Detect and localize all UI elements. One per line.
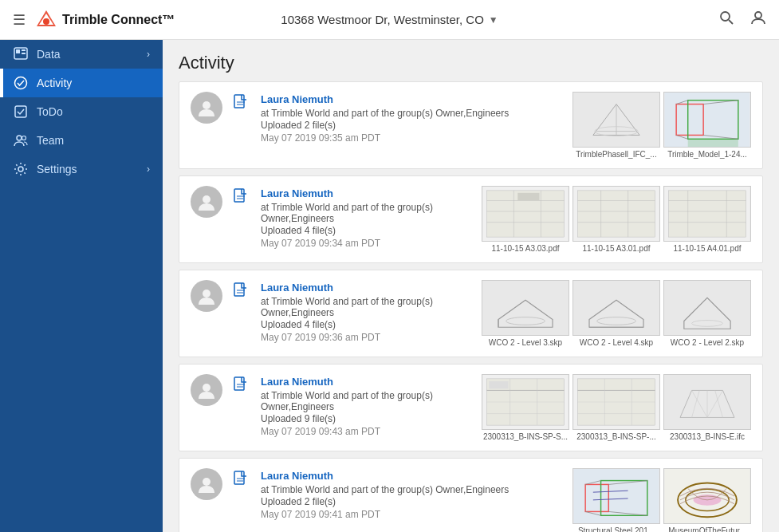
file-icon [232,470,251,489]
avatar [191,468,222,500]
project-title[interactable]: 10368 Westmoor Dr, Westminster, CO ▼ [281,13,498,26]
svg-point-3 [721,12,730,21]
header: ☰ Trimble Connect™ 10368 Westmoor Dr, We… [0,0,779,40]
avatar [191,186,222,218]
thumb-label: TrimblePhasell_IFC_... [576,150,656,159]
thumb-wrap[interactable]: 2300313_B-INS-SP-... [572,374,660,441]
thumb-wrap[interactable]: 11-10-15 A3.01.pdf [572,186,660,253]
activity-description: at Trimble World and part of the group(s… [261,484,563,495]
account-icon[interactable] [750,10,766,30]
activity-user-link[interactable]: Laura Niemuth [261,376,333,388]
sidebar-data-arrow: › [147,49,150,60]
thumb-label: 11-10-15 A4.01.pdf [673,244,741,253]
search-icon[interactable] [718,10,734,30]
svg-rect-9 [22,53,26,54]
thumb-label: 11-10-15 A3.01.pdf [582,244,650,253]
sidebar-item-todo[interactable]: ToDo [0,97,163,126]
activity-meta: Uploaded 4 file(s) [261,225,472,236]
thumbnail[interactable] [663,280,751,336]
layout: Data › Activity ToDo Team [0,40,779,532]
activity-thumbnails: WCO 2 - Level 3.skp WCO 2 - Level 4.skp [482,280,751,347]
svg-rect-71 [665,281,750,335]
sidebar-settings-arrow: › [147,164,150,175]
activity-icon [13,75,29,91]
thumb-wrap[interactable]: 11-10-15 A4.01.pdf [663,186,751,253]
trimble-logo-icon [35,9,57,31]
svg-point-33 [203,195,210,203]
activity-feed: Laura Niemuth at Trimble World and part … [163,81,779,532]
thumbnail[interactable] [482,186,569,242]
thumb-wrap[interactable]: WCO 2 - Level 2.skp [663,280,751,347]
activity-info: Laura Niemuth at Trimble World and part … [261,468,563,520]
activity-info: Laura Niemuth at Trimble World and part … [261,374,472,437]
activity-user-link[interactable]: Laura Niemuth [261,282,333,294]
logo: Trimble Connect™ [35,9,175,31]
thumbnail[interactable] [482,374,569,430]
svg-point-13 [22,136,26,140]
svg-rect-104 [234,471,244,484]
sidebar-item-settings[interactable]: Settings › [0,155,163,183]
activity-user-link[interactable]: Laura Niemuth [261,470,333,482]
activity-meta: Uploaded 9 file(s) [261,413,472,424]
sidebar-settings-label: Settings [37,163,147,175]
thumb-wrap[interactable]: Structural Steel 201... [572,468,660,532]
file-icon [232,187,251,207]
thumbnail[interactable] [572,92,660,148]
thumbnail[interactable] [572,374,660,430]
thumb-wrap[interactable]: 11-10-15 A3.03.pdf [482,186,569,253]
activity-user-link[interactable]: Laura Niemuth [261,93,333,105]
activity-header: Activity [163,40,779,81]
sidebar-item-team[interactable]: Team [0,126,163,155]
thumb-wrap[interactable]: MuseumOfTheFutur... [663,468,751,532]
svg-line-4 [729,20,733,24]
thumb-wrap[interactable]: TrimblePhasell_IFC_... [572,92,660,159]
thumb-wrap[interactable]: WCO 2 - Level 4.skp [572,280,660,347]
svg-point-10 [15,77,27,89]
svg-point-15 [203,101,210,109]
sidebar-todo-label: ToDo [37,105,150,118]
thumbnail[interactable] [482,280,569,336]
file-icon [232,93,251,112]
activity-time: May 07 2019 09:43 am PDT [261,426,472,437]
svg-point-59 [203,290,210,298]
thumb-wrap[interactable]: 2300313_B-INS-E.ifc [663,374,751,441]
svg-rect-46 [577,191,655,237]
svg-rect-7 [16,49,20,53]
thumb-wrap[interactable]: WCO 2 - Level 3.skp [482,280,569,347]
activity-item: Laura Niemuth at Trimble World and part … [179,364,763,451]
sidebar-item-activity[interactable]: Activity [0,69,163,97]
project-title-text: 10368 Westmoor Dr, Westminster, CO [281,13,484,26]
thumb-label: WCO 2 - Level 3.skp [489,338,562,347]
svg-rect-75 [234,377,244,390]
thumb-wrap[interactable]: 2300313_B-INS-SP-S... [482,374,569,441]
activity-title: Activity [179,53,763,73]
menu-icon[interactable]: ☰ [13,11,26,29]
file-icon [232,282,251,301]
svg-rect-8 [22,49,26,51]
activity-info: Laura Niemuth at Trimble World and part … [261,92,563,144]
todo-icon [13,104,29,120]
activity-meta: Uploaded 2 file(s) [261,120,563,131]
activity-description: at Trimble World and part of the group(s… [261,108,563,119]
thumbnail[interactable] [663,92,751,148]
thumbnail[interactable] [572,186,660,242]
activity-user-link[interactable]: Laura Niemuth [261,187,333,199]
thumbnail[interactable] [663,374,751,430]
sidebar-activity-label: Activity [37,77,150,89]
sidebar-item-data[interactable]: Data › [0,40,163,69]
activity-item: Laura Niemuth at Trimble World and part … [179,81,763,169]
activity-meta: Uploaded 2 file(s) [261,496,563,507]
avatar [191,92,222,124]
data-icon [13,46,29,62]
thumb-label: 11-10-15 A3.03.pdf [491,244,559,253]
thumbnail[interactable] [572,280,660,336]
thumb-wrap[interactable]: Trimble_Model_1-24... [663,92,751,159]
activity-time: May 07 2019 09:34 am PDT [261,238,472,249]
thumbnail[interactable] [663,468,751,524]
thumbnail[interactable] [663,186,751,242]
thumbnail[interactable] [572,468,660,524]
svg-point-103 [203,478,210,486]
activity-time: May 07 2019 09:41 am PDT [261,509,563,520]
svg-rect-53 [668,191,746,237]
activity-description: at Trimble World and part of the group(s… [261,296,472,318]
